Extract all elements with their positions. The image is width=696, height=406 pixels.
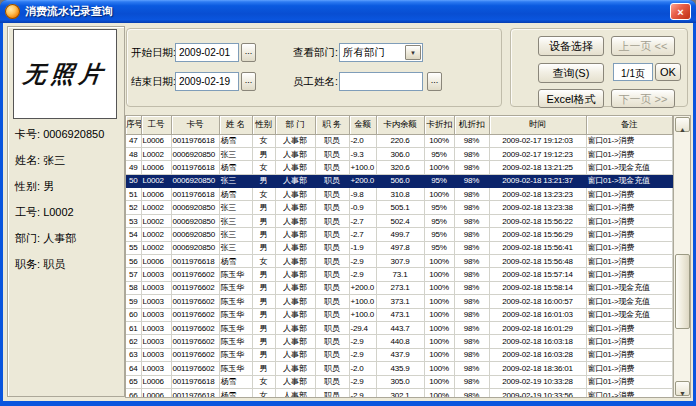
table-row[interactable]: 57L00030011976602陈玉华男人事部职员-2.973.1100%98… [126,268,672,281]
scrollbar-thumb[interactable] [675,254,690,329]
table-cell: 2009-02-18 15:56:29 [489,228,586,241]
column-header[interactable]: 备注 [586,116,672,134]
table-cell: 窗口01->现金充值 [586,295,672,308]
table-cell: +100.0 [349,161,376,174]
table-row[interactable]: 51L00060011976618杨雪女人事部职员-9.8310.8100%98… [126,188,672,201]
end-date-label: 结束日期: [131,75,176,89]
column-header[interactable]: 卡内余额 [376,116,424,134]
table-row[interactable]: 48L00020006920850张三男人事部职员-9.3306.095%98%… [126,147,672,160]
table-cell: 窗口01->消费 [586,375,672,388]
table-cell: 女 [252,161,275,174]
scroll-down-button[interactable]: ▼ [675,381,690,396]
device-select-button[interactable]: 设备选择 [538,36,604,56]
table-cell: 98% [454,308,489,321]
arrow-up-icon: ▲ [679,126,686,133]
table-cell: 95% [424,201,454,214]
table-row[interactable]: 52L00020006920850张三男人事部职员-0.9505.195%98%… [126,201,672,214]
employee-name-input[interactable] [339,72,423,91]
table-row[interactable]: 61L00030011976602陈玉华男人事部职员-29.4443.7100%… [126,321,672,334]
table-row[interactable]: 66L00060011976618杨雪女人事部职员-2.9302.1100%98… [126,388,672,398]
table-row[interactable]: 59L00030011976602陈玉华男人事部职员+100.0373.1100… [126,295,672,308]
table-cell: 职员 [315,375,349,388]
table-cell: 98% [454,362,489,375]
table-cell: 张三 [219,147,252,160]
table-cell: 陈玉华 [219,362,252,375]
table-row[interactable]: 60L00030011976602陈玉华男人事部职员+100.0473.1100… [126,308,672,321]
page-number-input[interactable]: 1/1页 [613,63,653,81]
table-row[interactable]: 50L00020006920850张三男人事部职员+200.0506.095%9… [126,174,672,187]
table-cell: 98% [454,388,489,398]
column-header[interactable]: 部 门 [275,116,315,134]
column-header[interactable]: 金额 [349,116,376,134]
employee-name-browse-button[interactable]: ... [427,72,442,91]
department-select[interactable]: 所有部门 ▼ [339,43,423,62]
column-header[interactable]: 性别 [252,116,275,134]
app-icon [5,4,20,19]
column-header[interactable]: 时间 [489,116,586,134]
excel-export-button[interactable]: Excel格式 [538,89,604,108]
table-cell: L0006 [141,375,171,388]
table-cell: 100% [424,134,454,147]
table-row[interactable]: 55L00020006920850张三男人事部职员-1.9497.895%98%… [126,241,672,254]
table-cell: 0011976618 [171,161,219,174]
table-row[interactable]: 65L00060011976618杨雪女人事部职员-2.9305.0100%98… [126,375,672,388]
actions-panel: 设备选择 上一页 << 查询(S) 1/1页 OK Excel格式 下一页 >> [510,28,688,107]
table-cell: 窗口01->消费 [586,214,672,227]
table-cell: -2.9 [349,348,376,361]
table-cell: 陈玉华 [219,335,252,348]
column-header[interactable]: 序号 [126,116,141,134]
table-row[interactable]: 56L00060011976618杨雪女人事部职员-2.9307.9100%98… [126,255,672,268]
table-cell: 2009-02-18 13:23:23 [489,188,586,201]
start-date-input[interactable]: 2009-02-01 [175,43,239,62]
table-cell: 57 [126,268,141,281]
table-cell: -1.9 [349,241,376,254]
table-cell: 职员 [315,134,349,147]
table-row[interactable]: 54L00020006920850张三男人事部职员-2.7499.795%98%… [126,228,672,241]
table-cell: L0003 [141,295,171,308]
table-cell: 男 [252,348,275,361]
table-cell: 2009-02-19 10:33:28 [489,375,586,388]
table-cell: 307.9 [376,255,424,268]
table-cell: 95% [424,228,454,241]
chevron-down-icon[interactable]: ▼ [405,45,421,60]
table-cell: +100.0 [349,308,376,321]
column-header[interactable]: 姓 名 [219,116,252,134]
table-cell: 人事部 [275,147,315,160]
table-cell: 55 [126,241,141,254]
scroll-up-button[interactable]: ▲ [675,117,690,132]
table-row[interactable]: 62L00030011976602陈玉华男人事部职员-2.9440.8100%9… [126,335,672,348]
table-cell: 职员 [315,335,349,348]
page-ok-button[interactable]: OK [655,63,681,81]
query-button[interactable]: 查询(S) [538,63,604,83]
column-header[interactable]: 工号 [141,116,171,134]
table-cell: 窗口01->消费 [586,388,672,398]
table-cell: 职员 [315,281,349,294]
table-cell: 职员 [315,147,349,160]
table-cell: 男 [252,335,275,348]
table-cell: 56 [126,255,141,268]
table-row[interactable]: 64L00030011976602陈玉华男人事部职员-2.0435.9100%9… [126,362,672,375]
column-header[interactable]: 卡折扣 [424,116,454,134]
table-row[interactable]: 47L00060011976618杨雪女人事部职员-2.0220.6100%98… [126,134,672,147]
close-button[interactable]: × [670,3,691,20]
table-row[interactable]: 63L00030011976602陈玉华男人事部职员-2.9437.9100%9… [126,348,672,361]
table-cell: 张三 [219,214,252,227]
table-row[interactable]: 49L00060011976618杨雪女人事部职员+100.0320.6100%… [126,161,672,174]
start-date-browse-button[interactable]: ... [241,43,256,62]
end-date-browse-button[interactable]: ... [241,72,256,91]
column-header[interactable]: 机折扣 [454,116,489,134]
column-header[interactable]: 卡号 [171,116,219,134]
column-header[interactable]: 职 务 [315,116,349,134]
app-window: 消费流水记录查询 × 无照片 卡号: 0006920850 姓名: 张三 性别:… [0,0,696,406]
table-cell: 473.1 [376,308,424,321]
table-row[interactable]: 58L00030011976602陈玉华男人事部职员+200.0273.1100… [126,281,672,294]
next-page-button[interactable]: 下一页 >> [611,89,675,108]
prev-page-button[interactable]: 上一页 << [611,36,675,56]
end-date-input[interactable]: 2009-02-19 [175,72,239,91]
table-cell: 95% [424,241,454,254]
table-cell: -2.7 [349,228,376,241]
table-row[interactable]: 53L00020006920850张三男人事部职员-2.7502.495%98%… [126,214,672,227]
table-cell: 窗口01->消费 [586,147,672,160]
vertical-scrollbar[interactable]: ▲ ▼ [673,116,690,397]
start-date-label: 开始日期: [131,46,176,60]
